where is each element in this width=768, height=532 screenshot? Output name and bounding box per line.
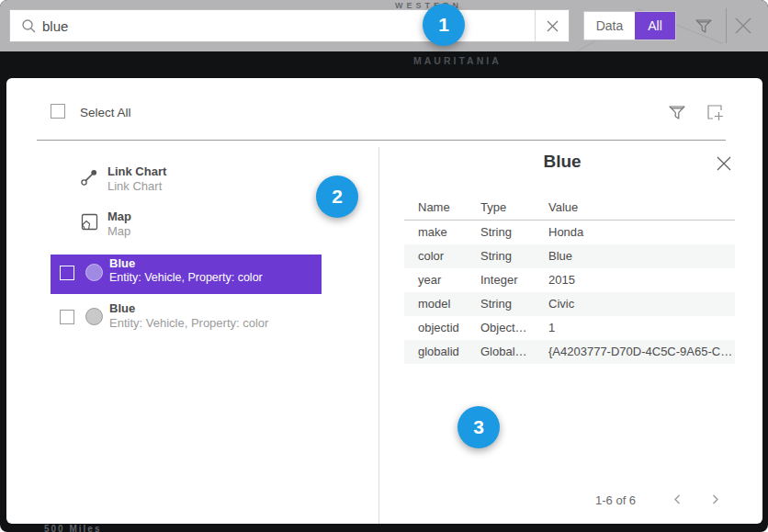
select-all-label: Select All	[80, 106, 131, 119]
callout-badge-2: 2	[316, 175, 358, 218]
chevron-right-icon	[709, 493, 721, 505]
chevron-left-icon	[672, 493, 683, 505]
link-chart-icon	[80, 168, 98, 187]
callout-badge-1: 1	[423, 4, 465, 46]
entity-circle-icon	[85, 264, 103, 281]
results-panel: Select All Link Chart Link Chart Map Map…	[6, 78, 762, 524]
list-detail-divider	[378, 147, 379, 524]
scope-option-data[interactable]: Data	[584, 12, 635, 40]
pagination-next-button[interactable]	[709, 493, 721, 505]
funnel-icon	[667, 102, 687, 122]
filter-button[interactable]	[694, 16, 714, 36]
result-item-subtitle: Map	[107, 224, 130, 238]
x-icon	[716, 155, 732, 172]
detail-title: Blue	[378, 152, 746, 172]
cell-type: Global…	[480, 340, 548, 364]
pagination-prev-button[interactable]	[672, 493, 683, 505]
cell-type: Object…	[480, 316, 548, 340]
funnel-icon	[694, 16, 714, 36]
column-header-type: Type	[480, 200, 506, 214]
cell-value: 1	[548, 316, 735, 340]
cell-type: String	[480, 221, 548, 244]
cell-type: String	[480, 244, 548, 268]
column-header-value: Value	[548, 200, 578, 214]
magnifier-icon	[21, 18, 37, 34]
x-icon	[547, 20, 559, 32]
table-row: model String Civic	[404, 292, 735, 316]
table-row: year Integer 2015	[404, 268, 735, 292]
cell-name: make	[418, 221, 480, 244]
cell-type: Integer	[480, 268, 548, 292]
search-results-window: MAURITANIA 500 Miles WESTERN Data All	[0, 0, 768, 532]
result-item-title[interactable]: Map	[107, 209, 131, 223]
results-filter-button[interactable]	[667, 102, 687, 122]
close-detail-button[interactable]	[716, 155, 732, 172]
cell-value: {A4203777-D70D-4C5C-9A65-C…	[548, 340, 735, 364]
result-item-subtitle: Link Chart	[107, 179, 162, 193]
pagination-label: 1-6 of 6	[595, 493, 636, 507]
header-divider	[37, 140, 726, 141]
attribute-table: make String Honda color String Blue year…	[404, 221, 735, 364]
cell-value: Civic	[548, 292, 735, 316]
entity-circle-icon	[85, 308, 103, 325]
table-row: objectid Object… 1	[404, 316, 735, 340]
search-box	[9, 9, 570, 42]
add-to-selection-button[interactable]	[705, 102, 726, 123]
result-item-title[interactable]: Link Chart	[107, 164, 166, 178]
select-all-checkbox[interactable]	[51, 104, 65, 119]
map-label-mauritania: MAURITANIA	[413, 55, 502, 66]
search-scope-toggle: Data All	[583, 11, 676, 40]
cell-value: Honda	[548, 221, 735, 244]
column-header-name: Name	[418, 200, 450, 214]
clear-search-button[interactable]	[535, 10, 569, 41]
table-row: color String Blue	[404, 244, 735, 268]
cell-value: Blue	[548, 244, 735, 268]
callout-badge-3: 3	[457, 406, 500, 448]
result-item-subtitle: Entity: Vehicle, Property: color	[109, 316, 268, 330]
result-item-subtitle: Entity: Vehicle, Property: color	[109, 271, 263, 284]
toolbar-divider	[726, 8, 727, 43]
x-icon	[732, 15, 754, 37]
cell-name: globalid	[418, 340, 480, 364]
result-item-checkbox[interactable]	[60, 310, 74, 324]
add-selection-icon	[705, 102, 726, 123]
cell-type: String	[480, 292, 548, 316]
result-item-checkbox[interactable]	[60, 266, 74, 280]
cell-name: color	[418, 244, 480, 268]
close-search-button[interactable]	[732, 15, 754, 37]
search-toolbar: WESTERN Data All	[0, 0, 768, 51]
map-icon	[81, 213, 98, 231]
map-scale-label: 500 Miles	[44, 524, 101, 532]
result-item-title[interactable]: Blue	[109, 256, 135, 270]
cell-name: model	[418, 292, 480, 316]
cell-name: objectid	[418, 316, 480, 340]
table-row: make String Honda	[404, 221, 735, 244]
scope-option-all[interactable]: All	[635, 12, 675, 40]
cell-value: 2015	[548, 268, 735, 292]
result-item-title[interactable]: Blue	[109, 301, 135, 315]
table-row: globalid Global… {A4203777-D70D-4C5C-9A6…	[404, 340, 735, 364]
cell-name: year	[418, 268, 480, 292]
